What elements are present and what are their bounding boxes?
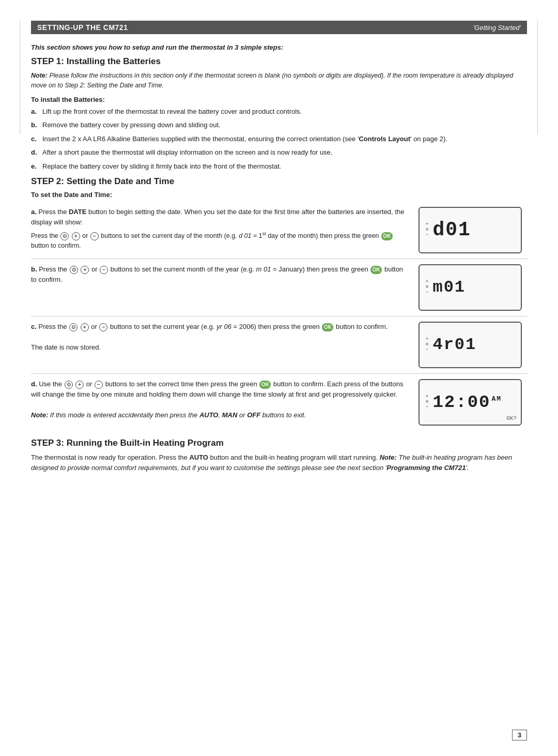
plus-icon-b: + <box>81 266 89 274</box>
lcd-icon-left-a: + ⊙ − <box>426 222 428 238</box>
clock-icon-d: ⊙ <box>65 381 73 389</box>
item-label: d. <box>31 147 42 158</box>
lcd-icon-left-c: + ⊙ − <box>426 337 428 353</box>
clock-icon-c: ⊙ <box>69 323 78 331</box>
step2-text-a: a. Press the DATE button to begin settin… <box>31 207 419 251</box>
step3-para: The thermostat is now ready for operatio… <box>31 452 527 473</box>
step1-list: a. Lift up the front cover of the thermo… <box>31 107 527 172</box>
clock-icon-b: ⊙ <box>70 266 78 274</box>
step2-sub-heading: To set the Date and Time: <box>31 191 527 199</box>
step2-display-c: + ⊙ − 4r01 <box>419 322 527 368</box>
item-label: b. <box>31 120 42 130</box>
step2a-inner: Press the ⊙ + or − buttons to set the cu… <box>31 231 408 251</box>
item-content: Lift up the front cover of the thermosta… <box>42 107 527 117</box>
lcd-digits-a: d01 <box>432 220 471 240</box>
lcd-ok-label: OK? <box>506 415 517 421</box>
lcd-digits-c: 4r01 <box>432 337 476 353</box>
step2-row-b: b. Press the ⊙ + or − buttons to set the… <box>31 259 527 316</box>
minus-icon: − <box>90 232 99 240</box>
step2-text-d: d. Use the ⊙ + or − buttons to set the c… <box>31 379 419 421</box>
step2-row-c: c. Press the ⊙ + or − buttons to set the… <box>31 316 527 374</box>
step2-display-d: + ⊙ − 12:00AM OK? <box>419 379 527 426</box>
lcd-icon-left-d: + ⊙ − <box>426 395 428 410</box>
ok-button-icon-d: OK <box>259 381 271 389</box>
step1-heading: STEP 1: Installing the Batteries <box>31 56 527 67</box>
item-content: After a short pause the thermostat will … <box>42 147 527 158</box>
step2-label-b: b. <box>31 265 37 273</box>
minus-icon-c: − <box>99 323 107 331</box>
item-label: c. <box>31 134 42 144</box>
step2-display-a: + ⊙ − d01 <box>419 207 527 253</box>
plus-icon-c: + <box>81 323 89 331</box>
plus-icon: + <box>72 232 80 240</box>
list-item: e. Replace the battery cover by sliding … <box>31 161 527 172</box>
step1-note-text: Please follow the instructions in this s… <box>31 72 513 89</box>
item-content: Remove the battery cover by pressing dow… <box>42 120 527 130</box>
step2-heading: STEP 2: Setting the Date and Time <box>31 176 527 187</box>
step2-row-d: d. Use the ⊙ + or − buttons to set the c… <box>31 374 527 431</box>
step2d-note: Note: <box>31 411 48 419</box>
ok-button-icon: OK <box>381 232 393 240</box>
ok-button-icon-b: OK <box>370 266 382 274</box>
list-item: a. Lift up the front cover of the thermo… <box>31 107 527 117</box>
list-item: c. Insert the 2 x AA LR6 Alkaline Batter… <box>31 134 527 144</box>
step3-section: STEP 3: Running the Built-in Heating Pro… <box>31 438 527 473</box>
step1-sub-heading: To install the Batteries: <box>31 96 527 103</box>
lcd-display-d: + ⊙ − 12:00AM OK? <box>419 379 522 426</box>
item-content: Insert the 2 x AA LR6 Alkaline Batteries… <box>42 134 527 144</box>
lcd-icon-left-b: + ⊙ − <box>426 280 428 295</box>
header-title: SETTING-UP THE CM721 <box>37 23 128 32</box>
step2-label-c: c. <box>31 323 37 330</box>
step2-label-a: a. <box>31 208 37 216</box>
step1-note: Note: Please follow the instructions in … <box>31 71 527 90</box>
step1-note-label: Note: <box>31 72 48 79</box>
clock-icon: ⊙ <box>60 232 69 240</box>
list-item: d. After a short pause the thermostat wi… <box>31 147 527 158</box>
minus-icon-b: − <box>100 266 108 274</box>
step2-display-b: + ⊙ − m01 <box>419 264 527 311</box>
header-subtitle: 'Getting Started' <box>473 24 521 32</box>
item-content: Replace the battery cover by sliding it … <box>42 161 527 172</box>
lcd-display-c: + ⊙ − 4r01 <box>419 322 522 368</box>
step2-label-d: d. <box>31 380 37 388</box>
lcd-display-a: + ⊙ − d01 <box>419 207 522 253</box>
item-label: a. <box>31 107 42 117</box>
section-intro: This section shows you how to setup and … <box>31 43 527 51</box>
list-item: b. Remove the battery cover by pressing … <box>31 120 527 130</box>
lcd-display-b: + ⊙ − m01 <box>419 264 522 311</box>
step2-section: STEP 2: Setting the Date and Time To set… <box>31 176 527 431</box>
step1-section: STEP 1: Installing the Batteries Note: P… <box>31 56 527 171</box>
plus-icon-d: + <box>75 381 84 389</box>
step2-text-b: b. Press the ⊙ + or − buttons to set the… <box>31 264 419 285</box>
header-bar: SETTING-UP THE CM721 'Getting Started' <box>31 21 527 34</box>
item-label: e. <box>31 161 42 172</box>
ok-button-icon-c: OK <box>322 323 333 331</box>
step2-text-c: c. Press the ⊙ + or − buttons to set the… <box>31 322 419 353</box>
minus-icon-d: − <box>95 381 103 389</box>
lcd-digits-b: m01 <box>432 279 466 296</box>
step2d-note-text: If this mode is entered accidentally the… <box>50 411 306 419</box>
step2-row-a: a. Press the DATE button to begin settin… <box>31 202 527 259</box>
lcd-digits-d: 12:00AM <box>432 394 502 411</box>
page-number: 3 <box>512 730 527 740</box>
step3-heading: STEP 3: Running the Built-in Heating Pro… <box>31 438 527 448</box>
